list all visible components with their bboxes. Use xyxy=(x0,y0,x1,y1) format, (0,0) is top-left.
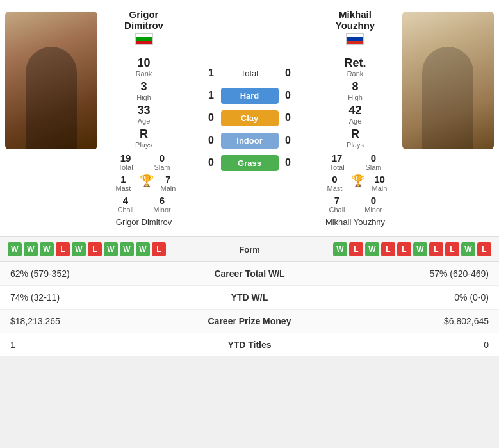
stat-left-1: 74% (32-11) xyxy=(0,286,175,310)
form-badge-right-6: L xyxy=(429,242,443,256)
court-row-grass: 0 Grass 0 xyxy=(188,155,311,171)
stat-right-0: 57% (620-469) xyxy=(324,262,499,286)
stats-row-1: 74% (32-11) YTD W/L 0% (0-0) xyxy=(0,286,499,310)
total-score-left: 1 xyxy=(202,67,221,79)
stat-right-2: $6,802,645 xyxy=(324,310,499,333)
form-badge-left-8: W xyxy=(136,242,150,256)
stats-row-2: $18,213,265 Career Prize Money $6,802,64… xyxy=(0,310,499,333)
stat-mast-right: 0 Mast xyxy=(319,174,351,192)
stat-right-1: 0% (0-0) xyxy=(324,286,499,310)
player-name-right: Mikhail Youzhny xyxy=(336,9,375,31)
form-badge-left-0: W xyxy=(8,242,22,256)
form-label: Form xyxy=(239,245,260,254)
form-badge-left-4: W xyxy=(72,242,86,256)
form-badge-right-1: L xyxy=(349,242,363,256)
player-name-bottom-left: Grigor Dimitrov xyxy=(116,217,172,227)
stat-chall-left: 4 Chall xyxy=(110,195,142,213)
stat-label-2: Career Prize Money xyxy=(175,310,325,333)
stat-age-left: 33 Age xyxy=(128,104,160,125)
stat-plays-right: R Plays xyxy=(339,128,372,149)
stat-main-right: 10 Main xyxy=(364,174,396,192)
trophy-icon-left: 🏆 xyxy=(140,174,154,187)
clay-score-left: 0 xyxy=(202,112,221,124)
stat-rank-right: Ret. Rank xyxy=(339,56,372,78)
trophy-icon-right: 🏆 xyxy=(351,174,365,187)
stats-row-3: 1 YTD Titles 0 xyxy=(0,333,499,357)
form-section: WWWLWLWWWL Form WLWLLWLLWL xyxy=(0,236,499,262)
form-badge-right-9: L xyxy=(477,242,491,256)
hard-badge: Hard xyxy=(221,88,279,104)
grass-badge: Grass xyxy=(221,155,279,171)
form-badge-left-3: L xyxy=(56,242,70,256)
stat-slam-left: 0 Slam xyxy=(146,153,178,171)
player-stats-left: Grigor Dimitrov 10 Rank 3 High xyxy=(102,6,186,229)
form-badge-right-8: W xyxy=(461,242,475,256)
court-row-total: 1 Total 0 xyxy=(188,65,311,81)
stat-high-left: 3 High xyxy=(128,80,160,101)
grass-score-left: 0 xyxy=(202,157,221,169)
stat-main-left: 7 Main xyxy=(152,174,184,192)
indoor-score-left: 0 xyxy=(202,135,221,146)
form-badge-left-7: W xyxy=(120,242,134,256)
player-photo-right xyxy=(402,12,495,149)
form-left: WWWLWLWWWL xyxy=(8,242,222,256)
stat-slam-right: 0 Slam xyxy=(357,153,389,171)
stat-minor-left: 6 Minor xyxy=(146,195,178,213)
center-section: 1 Total 0 1 Hard 0 0 Clay 0 0 Indoor 0 xyxy=(186,6,314,229)
form-badge-left-1: W xyxy=(24,242,38,256)
player-photo-left xyxy=(5,12,97,149)
stat-rank-left: 10 Rank xyxy=(128,56,160,78)
form-badge-right-3: L xyxy=(381,242,395,256)
indoor-score-right: 0 xyxy=(279,135,298,146)
clay-badge: Clay xyxy=(221,110,279,126)
court-row-clay: 0 Clay 0 xyxy=(188,110,311,126)
clay-score-right: 0 xyxy=(279,112,298,124)
player-name-bottom-right: Mikhail Youzhny xyxy=(325,217,385,227)
stat-label-1: YTD W/L xyxy=(175,286,325,310)
stat-total-left: 19 Total xyxy=(110,153,142,171)
stat-total-right: 17 Total xyxy=(321,153,353,171)
stat-right-3: 0 xyxy=(324,333,499,357)
stats-table: 62% (579-352) Career Total W/L 57% (620-… xyxy=(0,262,499,357)
stat-minor-right: 0 Minor xyxy=(357,195,389,213)
stats-row-0: 62% (579-352) Career Total W/L 57% (620-… xyxy=(0,262,499,286)
players-section: Grigor Dimitrov 10 Rank 3 High xyxy=(0,0,499,236)
form-badge-left-2: W xyxy=(40,242,54,256)
hard-score-left: 1 xyxy=(202,90,221,101)
indoor-badge: Indoor xyxy=(221,133,279,149)
form-badge-left-9: L xyxy=(152,242,166,256)
total-badge: Total xyxy=(221,65,279,81)
total-score-right: 0 xyxy=(279,67,298,79)
hard-score-right: 0 xyxy=(279,90,298,101)
form-badge-right-4: L xyxy=(397,242,411,256)
form-badge-left-5: L xyxy=(88,242,102,256)
main-container: Grigor Dimitrov 10 Rank 3 High xyxy=(0,0,499,357)
grass-score-right: 0 xyxy=(279,157,298,169)
stat-mast-left: 1 Mast xyxy=(108,174,140,192)
form-badge-right-7: L xyxy=(445,242,459,256)
court-row-hard: 1 Hard 0 xyxy=(188,88,311,104)
player-stats-right: Mikhail Youzhny Ret. Rank 8 High xyxy=(314,6,397,229)
stat-left-2: $18,213,265 xyxy=(0,310,175,333)
stat-high-right: 8 High xyxy=(339,80,372,101)
stat-label-3: YTD Titles xyxy=(175,333,325,357)
stat-plays-left: R Plays xyxy=(128,128,160,149)
form-badge-left-6: W xyxy=(104,242,118,256)
stat-chall-right: 7 Chall xyxy=(321,195,353,213)
player-name-left: Grigor Dimitrov xyxy=(124,9,163,31)
form-badge-right-5: W xyxy=(413,242,427,256)
flag-right xyxy=(346,33,364,45)
court-row-indoor: 0 Indoor 0 xyxy=(188,133,311,149)
flag-left xyxy=(135,33,153,45)
stat-label-0: Career Total W/L xyxy=(175,262,325,286)
form-badge-right-2: W xyxy=(365,242,379,256)
form-badge-right-0: W xyxy=(333,242,347,256)
stat-age-right: 42 Age xyxy=(339,104,372,125)
form-right: WLWLLWLLWL xyxy=(278,242,492,256)
stat-left-0: 62% (579-352) xyxy=(0,262,175,286)
stat-left-3: 1 xyxy=(0,333,175,357)
